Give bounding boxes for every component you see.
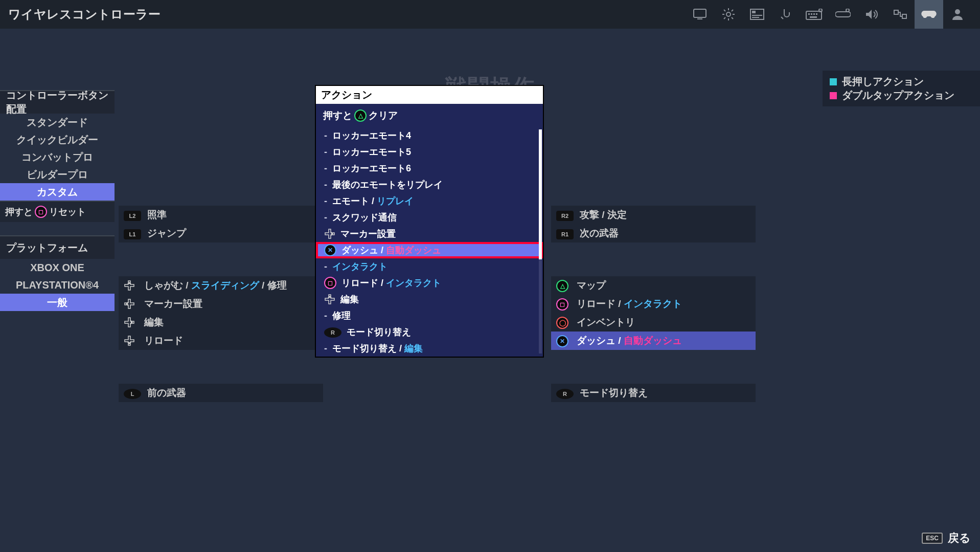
svg-rect-23: [894, 10, 898, 14]
popup-item-label: 修理: [332, 310, 351, 322]
--icon: -: [324, 343, 327, 354]
svg-rect-16: [808, 13, 810, 15]
svg-line-10: [724, 17, 725, 19]
legend-hold-swatch: [830, 78, 837, 85]
binding-row[interactable]: L前の武器: [119, 384, 323, 402]
tab-gear-icon[interactable]: [714, 0, 743, 29]
binding-row[interactable]: しゃがむ / スライディング / 修理: [119, 276, 323, 295]
popup-item-label: モード切り替え / 編集: [332, 342, 423, 355]
--icon: -: [324, 130, 327, 141]
popup-item[interactable]: ✕ダッシュ / 自動ダッシュ: [316, 242, 543, 258]
--icon: -: [324, 163, 327, 174]
platform-item[interactable]: PLAYSTATION®4: [0, 276, 115, 294]
legend: 長押しアクション ダブルタップアクション: [823, 71, 980, 106]
reset-row[interactable]: 押すと ◻ リセット: [0, 201, 115, 222]
legend-double-swatch: [830, 92, 837, 99]
binding-row[interactable]: マーカー設置: [119, 295, 323, 313]
platform-item[interactable]: XBOX ONE: [0, 259, 115, 276]
popup-item[interactable]: Rモード切り替え: [316, 324, 543, 340]
ps-t-icon: △: [556, 279, 571, 292]
popup-item[interactable]: 編集: [316, 291, 543, 307]
binding-label: ダッシュ / 自動ダッシュ: [577, 334, 682, 347]
popup-item[interactable]: -モード切り替え / 編集: [316, 340, 543, 357]
layout-item[interactable]: カスタム: [0, 183, 115, 201]
tab-account-icon[interactable]: [943, 0, 972, 29]
popup-title: アクション: [316, 86, 543, 104]
scrollbar[interactable]: [539, 129, 542, 354]
ps-s-icon: ◻: [324, 277, 336, 289]
layout-item[interactable]: ビルダープロ: [0, 166, 115, 183]
sidebar-layout-header: コントローラーボタン配置: [0, 90, 115, 114]
svg-rect-13: [752, 15, 762, 16]
rs-icon: R: [324, 326, 341, 338]
popup-item-label: 最後のエモートをリプレイ: [332, 179, 443, 191]
tab-controller-sens-icon[interactable]: [829, 0, 857, 29]
binding-label: しゃがむ / スライディング / 修理: [144, 279, 287, 292]
binding-row[interactable]: リロード: [119, 332, 323, 350]
tab-hud-icon[interactable]: [743, 0, 771, 29]
r2-icon: R2: [556, 209, 574, 221]
square-icon: ◻: [35, 206, 47, 218]
svg-rect-20: [810, 16, 817, 18]
tab-accessibility-icon[interactable]: [886, 0, 915, 29]
binding-row[interactable]: ◯インベントリ: [551, 313, 756, 332]
popup-item[interactable]: -ロッカーエモート4: [316, 127, 543, 144]
layout-item[interactable]: クイックビルダー: [0, 131, 115, 148]
svg-point-21: [819, 9, 822, 12]
popup-item[interactable]: -最後のエモートをリプレイ: [316, 176, 543, 193]
popup-item[interactable]: -インタラクト: [316, 258, 543, 275]
popup-item[interactable]: -エモート / リプレイ: [316, 193, 543, 209]
tab-video-icon[interactable]: [686, 0, 714, 29]
binding-row[interactable]: R2攻撃 / 決定: [551, 206, 756, 224]
binding-row[interactable]: △マップ: [551, 276, 756, 295]
popup-item-label: モード切り替え: [347, 326, 411, 338]
popup-item-label: ロッカーエモート5: [332, 146, 411, 158]
binding-label: 攻撃 / 決定: [580, 208, 627, 222]
binding-label: モード切り替え: [580, 386, 648, 400]
popup-item[interactable]: マーカー設置: [316, 226, 543, 242]
binding-row[interactable]: L1ジャンプ: [119, 224, 323, 242]
popup-item[interactable]: -修理: [316, 307, 543, 324]
popup-item[interactable]: ◻リロード / インタラクト: [316, 275, 543, 291]
window-title: ワイヤレスコントローラー: [8, 6, 161, 23]
svg-point-22: [846, 9, 849, 12]
platform-item[interactable]: 一般: [0, 294, 115, 311]
popup-item-label: ダッシュ / 自動ダッシュ: [341, 244, 441, 256]
layout-item[interactable]: コンバットプロ: [0, 148, 115, 166]
back-button[interactable]: ESC 戻る: [922, 531, 971, 546]
dpad-u-icon: [124, 280, 138, 291]
popup-item[interactable]: -ロッカーエモート5: [316, 144, 543, 160]
popup-list[interactable]: -ロッカーエモート4-ロッカーエモート5-ロッカーエモート6-最後のエモートをリ…: [316, 127, 543, 357]
scrollbar-thumb[interactable]: [539, 129, 542, 259]
esc-key-icon: ESC: [922, 533, 943, 544]
binding-row[interactable]: Rモード切り替え: [551, 384, 756, 402]
dpad-r-icon: [124, 317, 138, 328]
binding-row[interactable]: 編集: [119, 313, 323, 332]
binding-label: 編集: [144, 316, 164, 329]
svg-rect-1: [697, 18, 702, 19]
binding-label: リロード: [144, 334, 183, 347]
dpad-l-icon: [124, 298, 138, 310]
tab-controller-icon[interactable]: [915, 0, 943, 29]
binding-row[interactable]: ✕ダッシュ / 自動ダッシュ: [551, 332, 756, 350]
binding-row[interactable]: R1次の武器: [551, 224, 756, 242]
tab-audio-icon[interactable]: [857, 0, 886, 29]
svg-rect-15: [806, 11, 822, 19]
popup-item[interactable]: -スクワッド通信: [316, 209, 543, 226]
tab-touch-icon[interactable]: [771, 0, 800, 29]
--icon: -: [324, 147, 327, 158]
popup-item-label: ロッカーエモート6: [332, 162, 411, 174]
tab-keyboard-icon[interactable]: [800, 0, 829, 29]
binding-row[interactable]: ◻リロード / インタラクト: [551, 295, 756, 313]
binding-row[interactable]: L2照準: [119, 206, 323, 224]
top-bar: ワイヤレスコントローラー: [0, 0, 980, 29]
binding-label: 照準: [147, 208, 167, 222]
bindings-right: R2攻撃 / 決定R1次の武器△マップ◻リロード / インタラクト◯インベントリ…: [551, 206, 756, 402]
--icon: -: [324, 180, 327, 190]
ps-s-icon: ◻: [556, 298, 571, 311]
popup-item[interactable]: -ロッカーエモート6: [316, 160, 543, 176]
layout-item[interactable]: スタンダード: [0, 114, 115, 131]
svg-rect-12: [752, 11, 756, 13]
settings-tabs: [686, 0, 972, 29]
binding-label: インベントリ: [577, 316, 635, 329]
